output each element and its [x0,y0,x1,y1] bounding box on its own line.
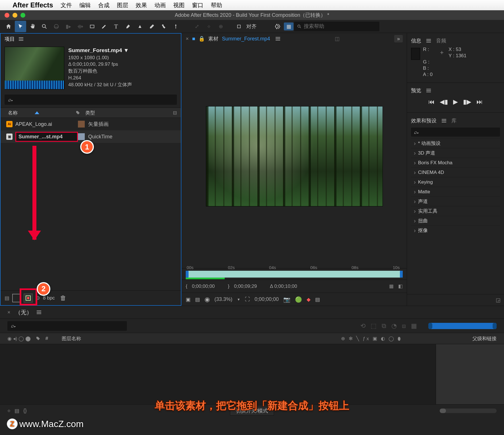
index-column[interactable]: # [46,336,48,341]
col-type[interactable]: 类型 [81,110,95,116]
effects-category[interactable]: CINEMA 4D [411,167,500,177]
menu-effect[interactable]: 效果 [136,1,147,9]
effects-category[interactable]: 声道 [411,196,500,206]
effects-tab[interactable]: 效果和预设 [411,117,437,124]
timeline-search[interactable]: ⌕▾ [7,321,127,331]
library-tab[interactable]: 库 [451,117,457,124]
info-tab[interactable]: 信息 [411,37,421,44]
pan-behind-tool[interactable]: ⟴ [75,21,86,32]
preview-tab[interactable]: 预览 [411,87,421,94]
expand-viewer-icon[interactable]: » [394,35,403,42]
out-bracket-icon[interactable]: } [228,284,230,289]
3d-world-icon[interactable]: ⊕ [215,21,226,32]
viewer-layout-icon[interactable]: ◫ [335,36,340,42]
orbit-tool[interactable] [51,21,62,32]
menu-file[interactable]: 文件 [61,1,72,9]
asset-thumbnail[interactable] [5,47,64,89]
close-tab-icon[interactable]: × [186,36,189,42]
zoom-window-button[interactable] [20,13,25,18]
toggle-switches-icon[interactable]: ⟐ [7,408,11,414]
effects-search[interactable]: ⌕▾ [411,128,500,137]
sort-indicator-icon[interactable] [35,111,39,114]
viewer-menu-icon[interactable] [276,37,280,40]
parent-column[interactable]: 父级和链接 [472,335,497,342]
project-row-ai[interactable]: Ai APEAK_Logo.ai 矢量插画 [1,118,181,130]
panel-resize-icon[interactable]: ◲ [407,294,504,306]
home-button[interactable] [3,21,14,32]
color-mgmt-icon[interactable]: ◆ [307,296,311,303]
menu-composition[interactable]: 合成 [98,1,110,9]
footage-name[interactable]: Summer_Forest.mp4 [222,36,270,42]
tc-in[interactable]: 0;00;00;00 [192,284,215,289]
resolution-icon[interactable]: ⛶ [245,296,250,302]
grid-icon[interactable]: ▦ [389,283,394,289]
time-ruler[interactable]: 00s 02s 04s 06s 08s 10s [186,271,403,278]
minimize-window-button[interactable] [13,13,17,18]
effects-category[interactable]: 抠像 [411,225,500,235]
info-menu-icon[interactable] [426,39,431,42]
zoom-tool[interactable] [39,21,50,32]
col-name[interactable]: 名称 [8,110,18,116]
preview-menu-icon[interactable] [426,89,431,92]
label-swatch[interactable] [78,133,85,140]
zoom-dropdown[interactable]: (33.3%) [214,296,232,302]
effects-category[interactable]: Boris FX Mocha [411,158,500,167]
close-timeline-tab-icon[interactable]: × [7,309,11,315]
workspace-switcher[interactable]: ▦ [284,22,294,30]
menu-help[interactable]: 帮助 [211,1,222,9]
next-frame-button[interactable]: ▮▶ [463,98,471,106]
draft3d-icon[interactable]: ⬚ [371,322,377,330]
menu-view[interactable]: 视图 [173,1,185,9]
eraser-tool[interactable] [146,21,158,32]
first-frame-button[interactable]: ⏮ [428,98,435,106]
shy-icon[interactable]: ⟲ [360,322,365,330]
panel-menu-icon[interactable] [19,37,23,41]
effects-category[interactable]: 扭曲 [411,216,500,225]
help-search[interactable] [294,22,379,31]
motion-blur-icon[interactable]: ◔ [391,322,397,330]
prev-frame-button[interactable]: ◀▮ [440,98,448,106]
layer-name-column[interactable]: 图层名称 [62,335,81,342]
current-time[interactable]: 0;00;00;00 [255,296,279,302]
text-tool[interactable]: T [110,21,122,32]
timeline-body[interactable] [0,344,504,404]
transparency-grid-icon[interactable]: ▤ [195,296,200,303]
rectangle-tool[interactable] [86,21,98,32]
label-column-icon[interactable] [36,336,40,341]
timeline-menu-icon[interactable] [37,311,41,314]
mask-icon[interactable]: ◉ [205,296,210,303]
exposure-icon[interactable]: ▤ [315,296,320,303]
col-label-icon[interactable] [75,110,81,115]
effects-category[interactable]: Keying [411,177,500,187]
delete-icon[interactable]: 🗑 [60,294,66,302]
app-name[interactable]: After Effects [13,1,53,9]
comp-flowchart-icon[interactable]: ◧ [398,283,403,289]
menu-animation[interactable]: 动画 [154,1,166,9]
clone-stamp-tool[interactable] [134,21,146,32]
effects-category[interactable]: 实用工具 [411,206,500,216]
effects-category[interactable]: 3D 声道 [411,148,500,158]
switches-columns[interactable]: ⊕ ✻ ╲ ƒx ▣ ◐ ◯ ⬮ [341,336,402,342]
show-channel-icon[interactable]: 🟢 [295,296,302,303]
lock-icon[interactable]: 🔒 [199,36,205,42]
help-search-input[interactable] [304,23,377,29]
audio-tab[interactable]: 音频 [436,37,446,44]
hand-tool[interactable] [27,21,38,32]
timeline-tab-none[interactable]: （无） [15,309,32,316]
asset-name[interactable]: Summer_Forest.mp4 ▼ [68,47,132,54]
close-window-button[interactable] [5,13,9,18]
menu-edit[interactable]: 编辑 [79,1,91,9]
menu-window[interactable]: 窗口 [192,1,203,9]
av-columns[interactable]: ◉ ◂) ◯ ⬤ [7,336,31,342]
label-swatch[interactable] [78,121,85,128]
effects-menu-icon[interactable] [442,119,446,122]
snapping-toggle[interactable] [233,21,245,32]
snapshot-icon[interactable]: 📷 [283,296,290,303]
roto-brush-tool[interactable] [158,21,170,32]
frame-blend-icon[interactable]: ⧉ [382,322,386,330]
region-icon[interactable]: ▣ [186,296,191,303]
graph-editor-icon[interactable]: ⧇ [402,322,406,330]
3d-local-icon[interactable]: ⟐ [203,21,214,32]
tc-out[interactable]: 0;00;09;29 [234,284,257,289]
project-search[interactable]: ⌕▾ [5,95,177,105]
